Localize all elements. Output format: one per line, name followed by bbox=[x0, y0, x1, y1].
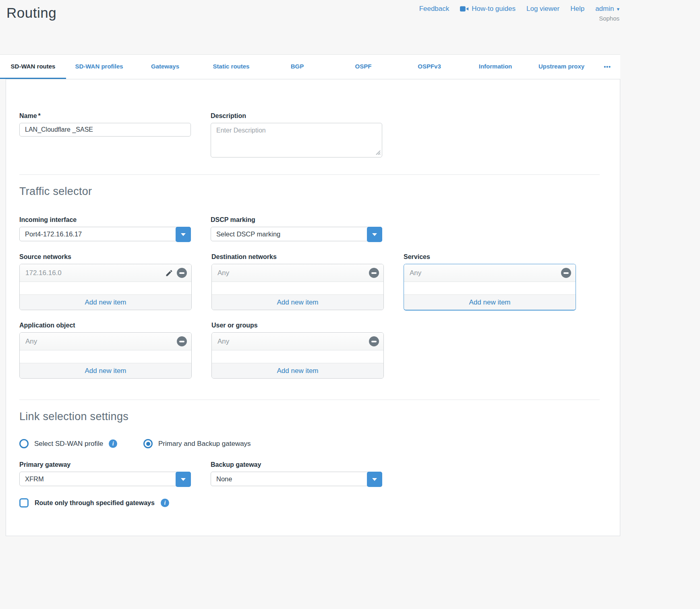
org-name: Sophos bbox=[419, 15, 619, 22]
admin-label: admin bbox=[595, 5, 614, 13]
user-or-groups-label: User or groups bbox=[211, 322, 384, 329]
interface-dscp-row: Incoming interface Port4-172.16.16.17 DS… bbox=[19, 216, 607, 241]
list-item-value: 172.16.16.0 bbox=[25, 269, 165, 277]
add-new-item-button[interactable]: Add new item bbox=[404, 294, 576, 310]
tab-sdwan-routes[interactable]: SD-WAN routes bbox=[0, 55, 66, 79]
tab-bgp[interactable]: BGP bbox=[264, 55, 330, 79]
list-item: Any bbox=[20, 333, 191, 350]
header-links: Feedback How-to guides Log viewer Help a… bbox=[419, 5, 619, 13]
tab-sdwan-profiles[interactable]: SD-WAN profiles bbox=[66, 55, 132, 79]
list-empty-area bbox=[404, 282, 576, 294]
add-new-item-button[interactable]: Add new item bbox=[212, 294, 383, 310]
networks-row: Source networks 172.16.16.0 Add new item bbox=[19, 253, 607, 311]
sdwan-profile-radio[interactable] bbox=[19, 439, 29, 448]
primary-backup-radio[interactable] bbox=[143, 439, 153, 448]
divider bbox=[19, 174, 600, 175]
list-empty-area bbox=[212, 350, 383, 363]
dscp-marking-label: DSCP marking bbox=[211, 216, 382, 224]
app-user-row: Application object Any Add new item User… bbox=[19, 322, 607, 379]
services-box: Any Add new item bbox=[404, 264, 576, 311]
name-input[interactable] bbox=[19, 123, 191, 137]
howto-guides-label: How-to guides bbox=[472, 5, 516, 13]
tab-ospfv3[interactable]: OSPFv3 bbox=[396, 55, 462, 79]
backup-gateway-select[interactable]: None bbox=[211, 472, 382, 486]
tab-information[interactable]: Information bbox=[462, 55, 528, 79]
link-selection-heading: Link selection settings bbox=[19, 410, 607, 423]
description-label: Description bbox=[211, 112, 382, 120]
dropdown-button[interactable] bbox=[176, 472, 191, 487]
remove-icon[interactable] bbox=[177, 336, 187, 346]
feedback-link[interactable]: Feedback bbox=[419, 5, 449, 13]
tab-bar: SD-WAN routes SD-WAN profiles Gateways S… bbox=[0, 54, 620, 79]
list-item-value: Any bbox=[217, 338, 369, 346]
tab-upstream-proxy[interactable]: Upstream proxy bbox=[528, 55, 594, 79]
source-networks-box: 172.16.16.0 Add new item bbox=[19, 264, 192, 310]
dropdown-button[interactable] bbox=[367, 472, 382, 487]
backup-gateway-value: None bbox=[211, 475, 232, 483]
tab-static-routes[interactable]: Static routes bbox=[198, 55, 264, 79]
dropdown-button[interactable] bbox=[176, 227, 191, 242]
remove-icon[interactable] bbox=[369, 268, 379, 278]
page: Routing Feedback How-to guides Log viewe… bbox=[0, 0, 700, 609]
video-camera-icon bbox=[460, 6, 469, 12]
remove-icon[interactable] bbox=[177, 268, 187, 278]
primary-backup-radio-label: Primary and Backup gateways bbox=[158, 440, 251, 448]
list-item: 172.16.16.0 bbox=[20, 264, 191, 282]
list-item: Any bbox=[212, 264, 383, 282]
remove-icon[interactable] bbox=[369, 336, 379, 346]
list-item-value: Any bbox=[410, 269, 561, 277]
add-new-item-button[interactable]: Add new item bbox=[212, 363, 383, 378]
header-right: Feedback How-to guides Log viewer Help a… bbox=[419, 5, 619, 22]
info-icon[interactable]: i bbox=[109, 439, 117, 448]
name-description-row: Name* Description bbox=[19, 112, 607, 159]
caret-down-icon bbox=[372, 478, 377, 481]
caret-down-icon bbox=[181, 233, 186, 236]
route-only-row: Route only through specified gateways i bbox=[19, 498, 607, 508]
list-empty-area bbox=[20, 282, 191, 294]
gateway-row: Primary gateway XFRM Backup gateway None bbox=[19, 461, 607, 486]
list-item: Any bbox=[212, 333, 383, 350]
content-card: Name* Description Traffic selector Incom… bbox=[6, 79, 620, 536]
edit-icon[interactable] bbox=[165, 269, 174, 278]
incoming-interface-value: Port4-172.16.16.17 bbox=[20, 230, 82, 238]
route-only-checkbox-label: Route only through specified gateways bbox=[35, 499, 155, 507]
add-new-item-button[interactable]: Add new item bbox=[20, 294, 191, 310]
dscp-marking-select[interactable]: Select DSCP marking bbox=[211, 227, 382, 241]
help-link[interactable]: Help bbox=[570, 5, 584, 13]
primary-gateway-label: Primary gateway bbox=[19, 461, 191, 468]
list-item: Any bbox=[404, 264, 576, 282]
sdwan-profile-radio-group: Select SD-WAN profile i bbox=[19, 439, 138, 448]
backup-gateway-label: Backup gateway bbox=[211, 461, 382, 468]
description-textarea[interactable] bbox=[211, 123, 382, 157]
more-tabs-button[interactable]: ••• bbox=[594, 55, 620, 79]
list-empty-area bbox=[20, 350, 191, 363]
info-icon[interactable]: i bbox=[161, 499, 169, 507]
caret-down-icon bbox=[181, 478, 186, 481]
application-object-box: Any Add new item bbox=[19, 332, 192, 379]
primary-gateway-select[interactable]: XFRM bbox=[19, 472, 191, 486]
destination-networks-label: Destination networks bbox=[211, 253, 384, 261]
destination-networks-box: Any Add new item bbox=[211, 264, 384, 310]
chevron-down-icon: ▾ bbox=[617, 6, 619, 12]
howto-guides-link[interactable]: How-to guides bbox=[460, 5, 516, 13]
route-only-checkbox[interactable] bbox=[19, 498, 29, 508]
remove-icon[interactable] bbox=[561, 268, 571, 278]
required-asterisk: * bbox=[38, 112, 41, 119]
name-label: Name* bbox=[19, 112, 191, 120]
tab-ospf[interactable]: OSPF bbox=[330, 55, 396, 79]
incoming-interface-select[interactable]: Port4-172.16.16.17 bbox=[19, 227, 191, 241]
source-networks-label: Source networks bbox=[19, 253, 192, 261]
list-item-value: Any bbox=[217, 269, 369, 277]
dropdown-button[interactable] bbox=[367, 227, 382, 242]
traffic-selector-heading: Traffic selector bbox=[19, 185, 607, 198]
admin-menu[interactable]: admin ▾ bbox=[595, 5, 619, 13]
caret-down-icon bbox=[372, 233, 377, 236]
add-new-item-button[interactable]: Add new item bbox=[20, 363, 191, 378]
link-selection-radios: Select SD-WAN profile i Primary and Back… bbox=[19, 439, 607, 448]
incoming-interface-label: Incoming interface bbox=[19, 216, 191, 224]
log-viewer-link[interactable]: Log viewer bbox=[526, 5, 559, 13]
services-label: Services bbox=[404, 253, 576, 261]
tab-gateways[interactable]: Gateways bbox=[132, 55, 198, 79]
primary-gateway-value: XFRM bbox=[20, 475, 44, 483]
dscp-marking-value: Select DSCP marking bbox=[211, 230, 280, 238]
